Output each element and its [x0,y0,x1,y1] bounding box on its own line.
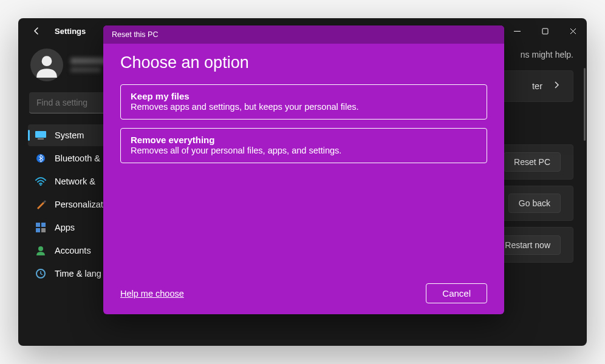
apps-icon [35,222,46,233]
svg-rect-7 [41,223,46,227]
maximize-button[interactable] [531,18,559,44]
brush-icon [35,199,46,210]
window-title: Settings [55,27,86,36]
modal-header: Reset this PC [103,25,504,44]
profile-text [70,58,107,72]
option-desc: Removes all of your personal files, apps… [131,146,477,155]
svg-rect-3 [38,138,44,140]
wifi-icon [35,176,46,187]
go-back-button[interactable]: Go back [508,194,561,213]
scrollbar[interactable] [584,68,586,141]
svg-rect-8 [36,228,40,232]
sidebar-item-label: System [55,130,84,140]
svg-point-10 [38,246,43,251]
option-title: Keep my files [131,91,477,101]
sidebar-item-label: Bluetooth & [55,153,100,163]
sidebar-item-label: Accounts [55,246,91,255]
reset-pc-modal: Reset this PC Choose an option Keep my f… [103,25,504,314]
clock-icon [35,268,46,279]
chevron-right-icon [552,81,561,92]
back-button[interactable] [29,24,44,38]
svg-rect-0 [542,29,548,34]
sidebar-item-label: Personalizat [55,200,103,209]
cancel-button[interactable]: Cancel [426,283,487,303]
option-title: Remove everything [131,135,477,145]
sidebar-item-label: Network & [55,177,95,186]
settings-window: Settings System [18,18,587,346]
option-keep-files[interactable]: Keep my files Removes apps and settings,… [120,84,487,120]
help-link[interactable]: Help me choose [120,289,184,298]
option-desc: Removes apps and settings, but keeps you… [131,102,477,112]
avatar-icon [30,49,63,81]
svg-point-5 [40,184,42,186]
minimize-button[interactable] [503,18,531,44]
close-button[interactable] [559,18,587,44]
person-icon [35,245,46,256]
modal-title: Choose an option [120,53,487,72]
system-icon [35,130,46,141]
sidebar-item-label: Time & lang [55,269,101,278]
option-remove-everything[interactable]: Remove everything Removes all of your pe… [120,128,487,163]
svg-point-1 [42,56,52,66]
svg-rect-2 [35,131,46,138]
restart-now-button[interactable]: Restart now [494,235,561,255]
sidebar-item-label: Apps [55,223,75,232]
svg-rect-6 [36,223,40,227]
reset-pc-button[interactable]: Reset PC [504,152,561,172]
svg-rect-9 [41,228,46,232]
bluetooth-icon [35,153,46,164]
window-controls [503,18,587,44]
